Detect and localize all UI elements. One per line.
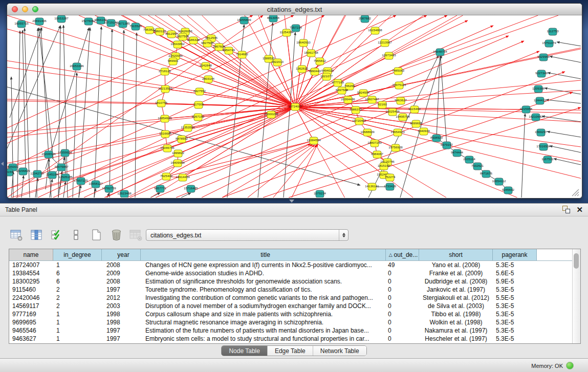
- column-header-pagerank[interactable]: pagerank: [493, 249, 537, 260]
- network-node[interactable]: 117006: [193, 101, 204, 108]
- network-node[interactable]: 10688609: [360, 129, 375, 136]
- network-node[interactable]: 9463627: [395, 97, 407, 104]
- network-node[interactable]: 20053346: [70, 63, 84, 70]
- network-node[interactable]: 989901: [168, 58, 179, 65]
- memory-status-indicator[interactable]: [566, 362, 574, 369]
- scrollbar-thumb[interactable]: [574, 253, 579, 269]
- network-node[interactable]: 12342737: [30, 170, 45, 178]
- network-node[interactable]: 9227349: [535, 70, 548, 77]
- network-node[interactable]: 15276062: [81, 18, 96, 25]
- network-node[interactable]: 15720407: [352, 118, 366, 125]
- network-node[interactable]: 7625402: [160, 173, 173, 180]
- network-node[interactable]: 8454749: [223, 47, 235, 54]
- network-node[interactable]: 8267150: [192, 114, 205, 121]
- network-node[interactable]: 1079234: [314, 190, 326, 198]
- network-node[interactable]: 1640934: [418, 128, 430, 135]
- table-vertical-scrollbar[interactable]: [572, 249, 580, 343]
- network-node[interactable]: 39159: [7, 169, 13, 176]
- network-node[interactable]: 1733426: [384, 183, 397, 190]
- network-node[interactable]: 7986372: [350, 106, 362, 114]
- table-row[interactable]: 2242004622012Investigating the contribut…: [9, 294, 580, 302]
- network-window-titlebar[interactable]: citations_edges.txt: [7, 4, 582, 15]
- tab-network-table[interactable]: Network Table: [313, 346, 366, 356]
- table-row[interactable]: 1830029562008Estimation of significance …: [9, 277, 580, 286]
- network-node[interactable]: 1569297: [535, 129, 548, 136]
- network-node[interactable]: 8186328: [187, 37, 200, 44]
- network-node[interactable]: 1145194: [46, 171, 58, 179]
- network-node[interactable]: 12213589: [158, 85, 172, 93]
- network-node[interactable]: 16914459: [176, 174, 190, 181]
- network-node[interactable]: 1815152: [378, 163, 390, 170]
- network-node[interactable]: 7485063: [392, 68, 405, 75]
- column-header-in_degree[interactable]: in_degree: [53, 249, 102, 260]
- network-node[interactable]: 14136141: [365, 183, 379, 190]
- network-node[interactable]: 7955812: [314, 58, 326, 65]
- column-header-out_de[interactable]: △out_de...: [386, 249, 419, 260]
- network-node[interactable]: 9777169: [332, 79, 344, 86]
- network-node[interactable]: 19384554: [307, 137, 321, 144]
- network-node[interactable]: 16055809: [237, 17, 251, 24]
- network-node[interactable]: 19495794: [396, 114, 410, 121]
- network-node[interactable]: 20206526: [41, 151, 56, 158]
- network-node[interactable]: 6679197: [441, 142, 453, 149]
- column-header-short[interactable]: short: [419, 249, 493, 260]
- network-node[interactable]: 7932621: [471, 163, 484, 170]
- network-node[interactable]: 30975867: [54, 164, 69, 171]
- delete-table-icon[interactable]: [129, 228, 143, 242]
- network-node[interactable]: 9329966: [537, 54, 550, 61]
- network-node[interactable]: 7914682: [236, 51, 249, 58]
- network-node[interactable]: 1822013: [271, 59, 284, 66]
- column-header-year[interactable]: year: [102, 249, 141, 260]
- table-row[interactable]: 1456911722003Disruption of a novel membe…: [9, 302, 580, 310]
- network-node[interactable]: 1499822: [172, 150, 185, 157]
- network-node[interactable]: 1621077: [320, 73, 333, 80]
- table-row[interactable]: 946554611997Estimation of the future num…: [9, 326, 580, 335]
- network-node[interactable]: 9699695: [410, 120, 423, 127]
- network-node[interactable]: 16154808: [368, 27, 382, 34]
- network-node[interactable]: 1516685: [159, 130, 172, 138]
- table-row[interactable]: 1872400712008Changes of HCN gene express…: [9, 261, 580, 269]
- network-node[interactable]: 16782759: [102, 185, 116, 192]
- table-row[interactable]: 969969511998Structural magnetic resonanc…: [9, 318, 580, 326]
- network-node[interactable]: 17957225: [74, 178, 88, 185]
- new-column-icon[interactable]: [89, 228, 103, 242]
- network-node[interactable]: 6497568: [336, 87, 349, 94]
- network-node[interactable]: 8938923: [430, 135, 443, 142]
- left-panel-collapse-arrow[interactable]: [1, 162, 4, 166]
- network-node[interactable]: 8427552: [193, 88, 206, 95]
- network-node[interactable]: 15671385: [116, 20, 130, 28]
- network-node[interactable]: 62160: [378, 101, 387, 108]
- network-node[interactable]: 10654112: [492, 178, 506, 185]
- table-row[interactable]: 1938455462009Genome-wide association stu…: [9, 269, 580, 277]
- network-node[interactable]: 1209388: [532, 85, 545, 93]
- network-node[interactable]: 18640910: [296, 39, 311, 47]
- network-node[interactable]: 8960124: [154, 28, 166, 35]
- column-header-name[interactable]: name: [9, 249, 53, 260]
- network-node[interactable]: 9245692: [502, 187, 515, 194]
- resize-grip[interactable]: [572, 189, 579, 196]
- network-node[interactable]: 7915526: [129, 23, 142, 30]
- table-row[interactable]: 911546021997Tourette syndrome. Phenomeno…: [9, 286, 580, 294]
- network-node[interactable]: 752274: [385, 174, 396, 181]
- column-header-title[interactable]: title: [141, 249, 386, 260]
- network-node[interactable]: 1244413: [534, 97, 547, 104]
- network-node[interactable]: 9115460: [408, 106, 421, 113]
- network-node[interactable]: 17359928: [58, 149, 72, 157]
- network-node[interactable]: 9857771: [154, 185, 167, 192]
- row-height-icon[interactable]: [69, 228, 83, 242]
- network-node[interactable]: 2935114: [463, 156, 475, 163]
- network-node[interactable]: 12213967: [378, 39, 392, 47]
- network-node[interactable]: 7357234: [290, 25, 302, 32]
- tab-edge-table[interactable]: Edge Table: [268, 346, 313, 356]
- network-node[interactable]: 16055715: [14, 20, 29, 28]
- close-panel-icon[interactable]: ✕: [576, 206, 583, 213]
- table-row[interactable]: 946362711997Embryonic stem cells: a mode…: [9, 335, 580, 343]
- network-canvas[interactable]: 1872400716543862224200469899019242848271…: [7, 15, 581, 198]
- network-node[interactable]: 9827508: [201, 40, 214, 47]
- network-node[interactable]: 2803144: [202, 76, 215, 83]
- tab-node-table[interactable]: Node Table: [222, 346, 268, 356]
- network-node[interactable]: 13156829: [16, 168, 30, 175]
- network-node[interactable]: 15716485: [184, 185, 198, 192]
- float-panel-icon[interactable]: [562, 206, 570, 213]
- select-all-rows-icon[interactable]: [49, 228, 63, 242]
